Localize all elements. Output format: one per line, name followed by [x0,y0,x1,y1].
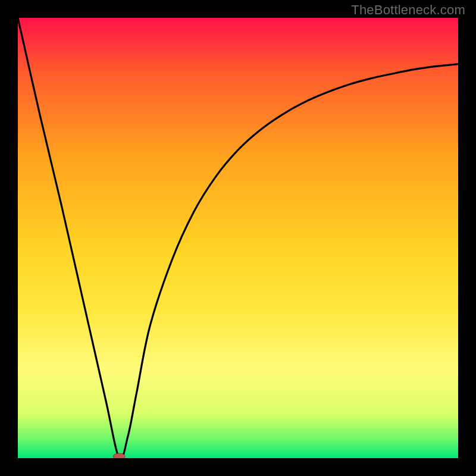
minimum-marker [113,453,125,458]
plot-frame [18,18,458,458]
watermark-text: TheBottleneck.com [351,2,465,18]
chart-container: TheBottleneck.com [0,0,476,476]
plot-svg [18,18,458,458]
plot-area [18,18,458,458]
